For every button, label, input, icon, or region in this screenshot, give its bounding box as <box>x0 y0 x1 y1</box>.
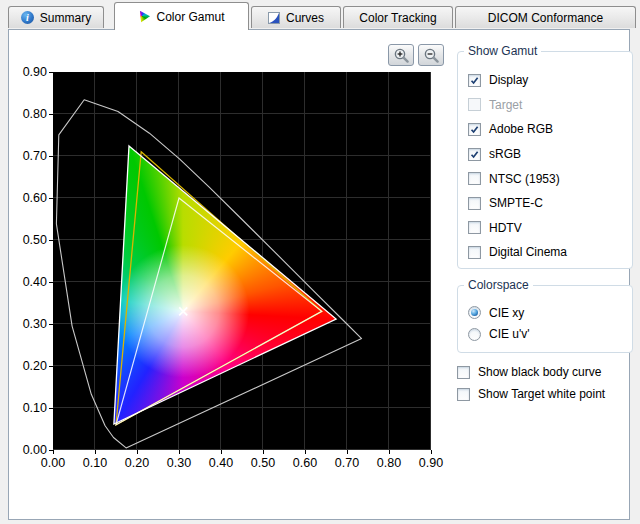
checkbox-label: Show black body curve <box>478 365 601 379</box>
tab-label: Summary <box>40 11 91 25</box>
checkbox-box <box>468 98 481 111</box>
tab-curves[interactable]: Curves <box>251 6 341 28</box>
x-tick-label: 0.50 <box>246 456 280 470</box>
checkbox-display[interactable]: Display <box>468 68 628 93</box>
show-gamut-groupbox: Show Gamut Display Target Adobe RGB sRGB… <box>457 51 633 269</box>
color-gamut-panel: 0.900.800.700.600.500.400.300.200.100.00… <box>8 29 630 520</box>
checkbox-label: Adobe RGB <box>489 122 553 136</box>
gamut-triangle-icon <box>138 11 150 23</box>
radio-circle <box>468 306 481 319</box>
checkbox-ntsc-1953[interactable]: NTSC (1953) <box>468 166 628 191</box>
checkbox-box <box>468 221 481 234</box>
x-tick-label: 0.60 <box>288 456 322 470</box>
check-icon <box>469 74 480 87</box>
cie-chromaticity-plot <box>53 72 431 450</box>
info-icon: i <box>21 11 34 24</box>
colorspace-groupbox: Colorspace CIE xy CIE u'v' <box>457 285 633 353</box>
checkbox-show-target-white-point[interactable]: Show Target white point <box>457 383 639 405</box>
checkbox-label: SMPTE-C <box>489 196 543 210</box>
checkbox-box <box>468 74 481 87</box>
radio-label: CIE xy <box>489 306 524 320</box>
checkbox-box <box>468 197 481 210</box>
tab-label: DICOM Conformance <box>488 11 603 25</box>
x-tick-label: 0.10 <box>78 456 112 470</box>
x-tick-label: 0.80 <box>372 456 406 470</box>
srgb-gamut-outline <box>116 198 322 425</box>
groupbox-title: Show Gamut <box>464 44 541 59</box>
x-tick-label: 0.40 <box>204 456 238 470</box>
x-tick-label: 0.30 <box>162 456 196 470</box>
tab-label: Color Tracking <box>359 11 436 25</box>
tab-color-tracking[interactable]: Color Tracking <box>343 6 453 28</box>
x-tick-label: 0.20 <box>120 456 154 470</box>
adobe-rgb-gamut-outline <box>116 152 322 425</box>
checkbox-box <box>457 366 470 379</box>
checkbox-hdtv[interactable]: HDTV <box>468 216 628 241</box>
tab-bar: i Summary Color Gamut Curves Color Track… <box>8 0 640 30</box>
checkbox-srgb[interactable]: sRGB <box>468 142 628 167</box>
display-gamut-outline <box>114 146 336 424</box>
spectral-locus <box>56 100 361 448</box>
radio-circle <box>468 328 481 341</box>
checkbox-digital-cinema[interactable]: Digital Cinema <box>468 240 628 265</box>
curves-icon <box>268 12 280 24</box>
checkbox-box <box>468 148 481 161</box>
checkbox-box <box>468 123 481 136</box>
checkbox-box <box>468 172 481 185</box>
extra-options: Show black body curve Show Target white … <box>457 361 639 405</box>
checkbox-label: Display <box>489 73 528 87</box>
gamut-overlays <box>53 72 431 450</box>
tab-color-gamut[interactable]: Color Gamut <box>114 2 249 30</box>
radio-cie-uv[interactable]: CIE u'v' <box>468 324 628 346</box>
radio-dot <box>471 309 478 316</box>
x-tick-label: 0.70 <box>330 456 364 470</box>
x-tick-label: 0.90 <box>414 456 448 470</box>
tab-label: Color Gamut <box>156 10 224 24</box>
checkbox-label: Digital Cinema <box>489 245 567 259</box>
radio-label: CIE u'v' <box>489 327 530 341</box>
checkbox-box <box>457 388 470 401</box>
tab-label: Curves <box>286 11 324 25</box>
x-tick-label: 0.00 <box>36 456 70 470</box>
radio-cie-xy[interactable]: CIE xy <box>468 302 628 324</box>
checkbox-label: Target <box>489 98 522 112</box>
check-icon <box>469 148 480 161</box>
checkbox-box <box>468 246 481 259</box>
checkbox-adobe-rgb[interactable]: Adobe RGB <box>468 117 628 142</box>
checkbox-show-black-body-curve[interactable]: Show black body curve <box>457 361 639 383</box>
white-point-marker <box>179 307 187 315</box>
tab-dicom-conformance[interactable]: DICOM Conformance <box>455 6 636 28</box>
checkbox-label: HDTV <box>489 221 522 235</box>
checkbox-label: NTSC (1953) <box>489 172 560 186</box>
checkbox-label: Show Target white point <box>478 387 605 401</box>
tab-summary[interactable]: i Summary <box>8 6 104 28</box>
checkbox-label: sRGB <box>489 147 521 161</box>
groupbox-title: Colorspace <box>464 278 533 293</box>
checkbox-target: Target <box>468 93 628 118</box>
check-icon <box>469 123 480 136</box>
checkbox-smpte-c[interactable]: SMPTE-C <box>468 191 628 216</box>
